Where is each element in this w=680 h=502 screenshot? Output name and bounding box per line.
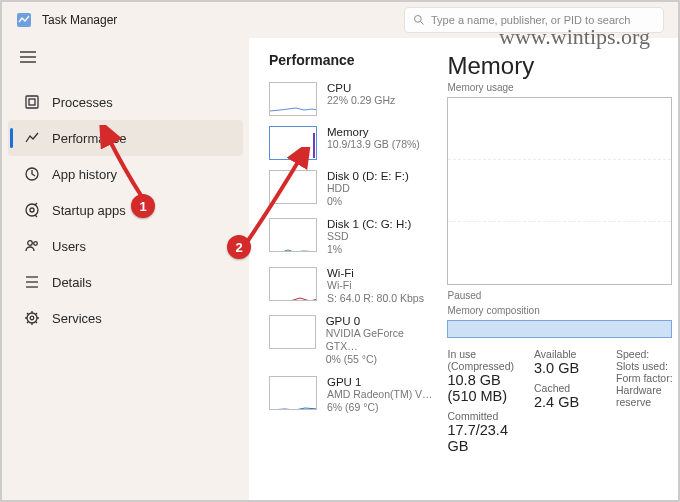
tile-memory[interactable]: Memory10.9/13.9 GB (78%) [269,126,435,160]
form-label: Form factor: [616,372,678,384]
sidebar: Processes Performance App history Startu… [2,38,249,500]
svg-point-10 [30,208,34,212]
tile-label: GPU 1 [327,376,433,388]
tile-sub2: 0% [327,195,409,208]
performance-pane: Performance CPU22% 0.29 GHz Memory10.9/1… [249,38,678,500]
disk1-thumb [269,218,317,252]
tile-cpu[interactable]: CPU22% 0.29 GHz [269,82,435,116]
detail-title: Memory [447,52,678,80]
tile-gpu0[interactable]: GPU 0NVIDIA GeForce GTX…0% (55 °C) [269,315,435,366]
avail-label: Available [534,348,596,360]
performance-header: Performance [269,52,435,68]
tile-sub: HDD [327,182,409,195]
nav-services[interactable]: Services [8,300,243,336]
search-placeholder: Type a name, publisher, or PID to search [431,14,630,26]
tile-sub: 10.9/13.9 GB (78%) [327,138,420,151]
nav-users[interactable]: Users [8,228,243,264]
usage-label: Memory usage [447,82,678,93]
inuse-value: 10.8 GB (510 MB) [447,372,514,404]
app-icon [16,12,32,28]
tile-label: GPU 0 [326,315,436,327]
users-icon [24,238,40,254]
speed-label: Speed: [616,348,678,360]
callout-2: 2 [227,235,251,259]
nav-label: Users [52,239,86,254]
cached-label: Cached [534,382,596,394]
committed-label: Committed [447,410,514,422]
slots-label: Slots used: [616,360,678,372]
callout-1: 1 [131,194,155,218]
tile-label: CPU [327,82,395,94]
menu-icon [20,50,36,64]
tile-label: Memory [327,126,420,138]
inuse-label: In use (Compressed) [447,348,514,372]
nav-label: Services [52,311,102,326]
cpu-thumb [269,82,317,116]
tile-disk0[interactable]: Disk 0 (D: E: F:)HDD0% [269,170,435,208]
memory-composition-bar [447,320,672,338]
tile-sub2: 6% (69 °C) [327,401,433,414]
processes-icon [24,94,40,110]
services-icon [24,310,40,326]
nav-apphistory[interactable]: App history [8,156,243,192]
svg-point-12 [34,242,38,246]
tile-sub: NVIDIA GeForce GTX… [326,327,436,353]
nav-details[interactable]: Details [8,264,243,300]
memory-usage-chart [447,97,672,285]
performance-icon [24,130,40,146]
tile-wifi[interactable]: Wi-FiWi-FiS: 64.0 R: 80.0 Kbps [269,267,435,305]
nav-label: Processes [52,95,113,110]
svg-point-11 [28,241,33,246]
tile-sub2: 0% (55 °C) [326,353,436,366]
svg-point-1 [415,16,422,23]
tile-label: Wi-Fi [327,267,424,279]
nav-label: Startup apps [52,203,126,218]
history-icon [24,166,40,182]
stats-row: In use (Compressed) 10.8 GB (510 MB) Com… [447,348,678,454]
tile-sub: AMD Radeon(TM) V… [327,388,433,401]
nav-label: Details [52,275,92,290]
nav-startup[interactable]: Startup apps [8,192,243,228]
nav-label: App history [52,167,117,182]
svg-point-9 [26,204,38,216]
title-bar: Task Manager Type a name, publisher, or … [2,2,678,38]
tile-sub2: 1% [327,243,411,256]
tile-sub: SSD [327,230,411,243]
search-icon [413,14,425,26]
nav-label: Performance [52,131,126,146]
nav-processes[interactable]: Processes [8,84,243,120]
hamburger-button[interactable] [2,44,249,84]
tile-sub2: S: 64.0 R: 80.0 Kbps [327,292,424,305]
tile-sub: Wi-Fi [327,279,424,292]
tile-label: Disk 1 (C: G: H:) [327,218,411,230]
memory-thumb [269,126,317,160]
nav-performance[interactable]: Performance [8,120,243,156]
app-title: Task Manager [42,13,117,27]
paused-label: Paused [447,290,678,301]
avail-value: 3.0 GB [534,360,596,376]
tile-gpu1[interactable]: GPU 1AMD Radeon(TM) V…6% (69 °C) [269,376,435,414]
gpu1-thumb [269,376,317,410]
hw-label: Hardware reserve [616,384,678,408]
svg-line-2 [421,22,424,25]
svg-point-17 [30,316,34,320]
gpu0-thumb [269,315,316,349]
wifi-thumb [269,267,317,301]
svg-rect-7 [29,99,35,105]
composition-label: Memory composition [447,305,678,316]
disk0-thumb [269,170,317,204]
search-box[interactable]: Type a name, publisher, or PID to search [404,7,664,33]
tile-disk1[interactable]: Disk 1 (C: G: H:)SSD1% [269,218,435,256]
tile-sub: 22% 0.29 GHz [327,94,395,107]
committed-value: 17.7/23.4 GB [447,422,514,454]
svg-rect-6 [26,96,38,108]
cached-value: 2.4 GB [534,394,596,410]
details-icon [24,274,40,290]
tile-label: Disk 0 (D: E: F:) [327,170,409,182]
startup-icon [24,202,40,218]
